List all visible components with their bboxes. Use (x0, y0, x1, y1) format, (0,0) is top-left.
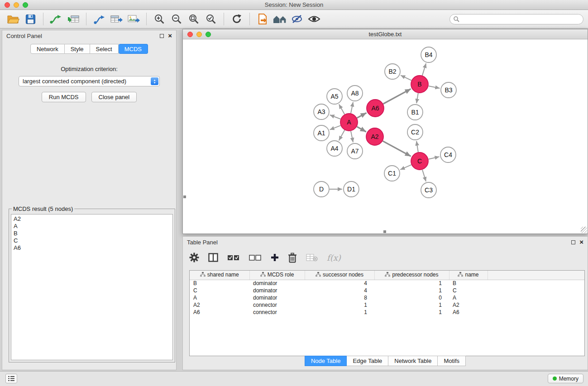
table-row[interactable]: Adominator80A (190, 294, 584, 301)
close-panel-button[interactable]: Close panel (91, 92, 137, 102)
open-session-button[interactable] (254, 12, 271, 26)
table-cell[interactable]: connector (249, 301, 305, 309)
graph-node-D1[interactable]: D1 (344, 181, 359, 197)
graph-edge-B-B1[interactable] (416, 93, 418, 104)
export-network-button[interactable] (91, 12, 108, 26)
graph-node-A7[interactable]: A7 (347, 143, 363, 159)
graph-node-B2[interactable]: B2 (385, 64, 400, 79)
graph-edge-A-A2[interactable] (357, 127, 366, 132)
table-cell[interactable]: A2 (449, 301, 488, 309)
run-mcds-button[interactable]: Run MCDS (42, 92, 86, 102)
graph-node-C4[interactable]: C4 (440, 147, 456, 162)
tab-network-table[interactable]: Network Table (388, 356, 438, 366)
float-panel-icon[interactable] (160, 34, 164, 38)
zoom-out-button[interactable] (168, 12, 185, 26)
graph-edge-A-A1[interactable] (330, 125, 341, 129)
table-cell[interactable]: 1 (374, 280, 449, 287)
graph-node-B1[interactable]: B1 (407, 105, 423, 120)
graph-node-A2[interactable]: A2 (366, 128, 383, 145)
zoom-fit-button[interactable] (185, 12, 202, 26)
table-cell[interactable]: B (190, 280, 249, 287)
column-header-name[interactable]: name (449, 271, 488, 280)
criterion-dropdown[interactable]: largest connected component (directed) ▲… (19, 76, 160, 86)
graph-edge-C-C2[interactable] (416, 141, 418, 152)
graph-node-C[interactable]: C (411, 152, 428, 170)
refresh-network-button[interactable] (228, 12, 245, 26)
result-item[interactable]: A6 (14, 244, 170, 252)
result-item[interactable]: C (14, 237, 170, 244)
result-item[interactable]: B (14, 230, 170, 237)
graph-edge-B-B3[interactable] (429, 86, 440, 88)
table-cell[interactable]: 4 (305, 287, 374, 294)
table-cell[interactable]: A6 (449, 309, 488, 316)
tab-motifs[interactable]: Motifs (438, 356, 466, 366)
graph-node-A[interactable]: A (340, 114, 358, 131)
graph-edge-A-A7[interactable] (351, 131, 353, 143)
graph-edge-A-A6[interactable] (357, 113, 367, 118)
graph-edge-C-C1[interactable] (400, 165, 411, 170)
graph-node-B[interactable]: B (411, 76, 428, 93)
tab-node-table[interactable]: Node Table (305, 356, 347, 366)
export-image-button[interactable] (125, 12, 142, 26)
graph-node-B3[interactable]: B3 (441, 82, 456, 98)
table-cell[interactable]: A (449, 294, 488, 301)
table-cell[interactable]: connector (249, 309, 305, 316)
float-table-panel-icon[interactable] (571, 240, 575, 244)
graph-edge-A-A5[interactable] (339, 104, 344, 114)
graph-node-C2[interactable]: C2 (407, 124, 423, 140)
canvas-left-handle[interactable] (183, 195, 186, 198)
import-table-from-file-button[interactable] (65, 12, 82, 26)
column-header-shared-name[interactable]: shared name (190, 271, 249, 280)
graph-edge-B-B4[interactable] (422, 63, 426, 76)
graph-node-A3[interactable]: A3 (314, 104, 329, 119)
graph-node-A1[interactable]: A1 (314, 125, 329, 141)
table-cell[interactable]: 1 (374, 301, 449, 309)
table-cell[interactable]: A (190, 294, 249, 301)
task-history-button[interactable] (5, 374, 17, 383)
graph-edge-A6-B[interactable] (383, 89, 411, 104)
table-cell[interactable]: C (449, 287, 488, 294)
zoom-in-button[interactable] (151, 12, 168, 26)
table-cell[interactable]: dominator (249, 280, 305, 287)
canvas-bottom-handle[interactable] (383, 230, 386, 233)
graph-node-A5[interactable]: A5 (327, 89, 342, 104)
save-session-button[interactable] (22, 12, 39, 26)
graph-node-A8[interactable]: A8 (347, 86, 363, 101)
graph-node-A4[interactable]: A4 (327, 141, 342, 156)
graph-edge-A-A8[interactable] (351, 102, 353, 114)
search-input[interactable] (449, 14, 583, 24)
table-cell[interactable]: C (190, 287, 249, 294)
graph-edge-C-C3[interactable] (422, 170, 426, 181)
column-header-predecessor-nodes[interactable]: predecessor nodes (374, 271, 449, 280)
graph-node-B4[interactable]: B4 (421, 47, 436, 62)
create-column-button[interactable] (271, 251, 279, 264)
tab-mcds[interactable]: MCDS (119, 44, 148, 54)
tab-style[interactable]: Style (65, 44, 90, 54)
memory-button[interactable]: Memory (548, 374, 583, 383)
show-home-button[interactable] (271, 12, 288, 26)
close-table-panel-icon[interactable]: × (579, 240, 583, 244)
table-cell[interactable]: dominator (249, 287, 305, 294)
table-cell[interactable]: 0 (374, 294, 449, 301)
tab-network[interactable]: Network (30, 44, 65, 54)
import-network-from-file-button[interactable] (48, 12, 65, 26)
table-cell[interactable]: B (449, 280, 488, 287)
graph-edge-A-A3[interactable] (330, 115, 341, 119)
show-columns-button[interactable] (208, 251, 218, 264)
graph-node-C1[interactable]: C1 (384, 166, 400, 181)
table-row[interactable]: A6connector11A6 (190, 309, 584, 316)
export-table-button[interactable] (108, 12, 125, 26)
graph-node-D[interactable]: D (314, 181, 329, 197)
network-canvas[interactable]: B4B2BB3A5A8A6A3B1AC2A1A2A4A7C4CC1DD1C3 (183, 39, 588, 234)
table-cell[interactable]: 1 (305, 301, 374, 309)
mcds-result-list[interactable]: A2ABCA6 (11, 214, 173, 360)
tab-select[interactable]: Select (90, 44, 119, 54)
window-resize-grip[interactable] (581, 227, 587, 233)
result-item[interactable]: A2 (14, 215, 170, 223)
column-header-successor-nodes[interactable]: successor nodes (305, 271, 374, 280)
select-all-columns-button[interactable] (227, 251, 240, 264)
table-row[interactable]: A2connector11A2 (190, 301, 584, 309)
table-cell[interactable]: 8 (305, 294, 374, 301)
table-cell[interactable]: A6 (190, 309, 249, 316)
table-cell[interactable]: 4 (305, 280, 374, 287)
